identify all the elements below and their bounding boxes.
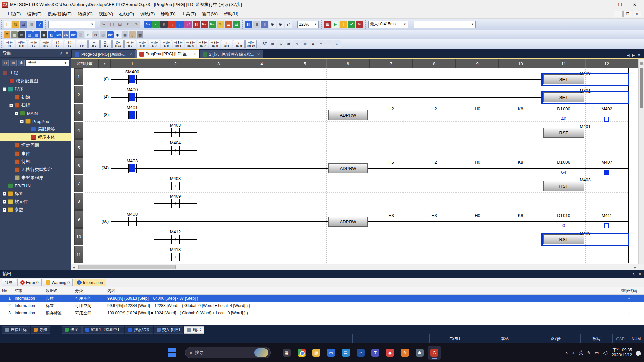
ladder-symbol-button-F6[interactable]: ⊣ ⊬F6 <box>28 40 39 48</box>
contact-bar[interactable] <box>136 111 137 119</box>
nav-pin-icon[interactable]: ⊼ <box>60 51 63 55</box>
contact-bar[interactable] <box>136 217 137 226</box>
photos-icon[interactable]: ◆ <box>384 346 396 360</box>
close-button[interactable]: ✕ <box>627 0 642 9</box>
operand-text[interactable]: K8 <box>499 106 542 111</box>
operand-text[interactable]: H0 <box>456 213 499 218</box>
collapse-icon[interactable]: − <box>3 87 6 91</box>
device-label[interactable]: D1010 <box>542 213 585 218</box>
copy-icon[interactable]: ◫ <box>108 21 116 28</box>
instruction-box-ADPRW[interactable]: ADPRW <box>328 110 368 120</box>
vertical-scroll-dot[interactable] <box>640 62 643 65</box>
cut-icon[interactable]: ✂ <box>100 21 108 28</box>
ladder-symbol-button-sF8[interactable]: ⊣↓⊢sF8 <box>137 40 148 48</box>
pen-icon[interactable]: ✎ <box>587 350 591 355</box>
operand-text[interactable]: H2 <box>413 160 456 165</box>
ladder-symbol-button-aF8[interactable]: ⊣↓⊬aF8 <box>161 40 172 48</box>
tree-item-恒定周期[interactable]: 恒定周期 <box>0 141 71 149</box>
ladder-symbol-button-saF7[interactable]: ⊣↟⊬saF7 <box>197 40 208 48</box>
contact-bar[interactable] <box>128 217 129 226</box>
menu-item-在线[interactable]: 在线(O) <box>116 10 137 18</box>
run-icon[interactable]: ▶ <box>332 21 339 28</box>
instruction-box-ADPRW[interactable]: ADPRW <box>328 163 368 173</box>
operand-text[interactable]: H3 <box>370 213 413 218</box>
open-file-icon[interactable]: ▨ <box>12 21 19 28</box>
vertical-scroll-thumb[interactable] <box>640 68 643 108</box>
touch-keyboard-icon[interactable]: ▭ <box>595 350 599 355</box>
edit-pencil-icon[interactable]: ✎ <box>293 40 301 48</box>
output-pin-icon[interactable]: ⊼ <box>632 272 635 276</box>
rung-number-9[interactable]: 9 <box>74 210 83 228</box>
menu-item-窗口[interactable]: 窗口(W) <box>199 10 221 18</box>
operand-text[interactable]: H5 <box>370 160 413 165</box>
verify-icon[interactable]: ⇄ <box>184 21 192 28</box>
ladder-symbol-button-F7[interactable]: ( )F7 <box>52 40 63 48</box>
output-instruction-RST[interactable]: RST <box>543 128 584 138</box>
dock-tab-输出[interactable]: 输出 <box>184 326 204 334</box>
swap-icon[interactable]: ⇄ <box>285 40 292 48</box>
tree-item-工程[interactable]: 工程 <box>0 69 71 77</box>
monitor-mode-cell[interactable]: 监视读取 <box>71 59 99 68</box>
tab-close-icon[interactable]: ✕ <box>129 52 132 57</box>
chrome-icon[interactable] <box>295 346 308 360</box>
menu-item-编辑[interactable]: 编辑(E) <box>24 10 44 18</box>
help-icon[interactable]: ? <box>36 21 43 28</box>
collapse-icon[interactable]: − <box>15 112 18 115</box>
monitor-mode-icon[interactable]: ▦ <box>324 21 331 28</box>
menu-item-工具[interactable]: 工具(T) <box>178 10 199 18</box>
grid-dark-icon[interactable]: ▩ <box>137 31 143 38</box>
label-list-icon[interactable]: ▤ <box>26 31 33 38</box>
ladder-symbol-button-F8[interactable]: { }F8 <box>64 40 75 48</box>
device-list-icon[interactable]: ▥ <box>33 31 40 38</box>
information-filter-button[interactable]: ? Information <box>74 279 106 286</box>
menu-item-诊断[interactable]: 诊断(D) <box>158 10 178 18</box>
tree-item-模块配置图[interactable]: 模块配置图 <box>0 77 71 85</box>
ladder-symbol-button-sF5[interactable]: ⊣/⊢sF5 <box>16 40 27 48</box>
toolbar-combo[interactable]: ▼ <box>48 21 95 28</box>
minimize-button[interactable]: — <box>598 0 612 9</box>
nav-filter-combo[interactable]: 全部 ▼ <box>26 59 69 66</box>
taskbar-clock[interactable]: 下午 09:352023/12/12 <box>612 348 632 358</box>
search-device-icon[interactable]: ◉ <box>114 31 121 38</box>
align-2-icon[interactable]: ☰ <box>325 40 333 48</box>
operand-text[interactable]: H2 <box>413 106 456 111</box>
store-icon[interactable]: ▤ <box>339 346 352 360</box>
device-ok-icon[interactable]: OK <box>356 21 363 28</box>
desktop-app-icon[interactable]: ▦ <box>280 346 293 360</box>
ladder-symbol-button-caF5[interactable]: ↓caF5 <box>233 40 245 48</box>
fb-gray-icon[interactable]: ▒ <box>77 31 84 38</box>
door-icon[interactable]: ▯ <box>129 31 136 38</box>
insert-vline-icon[interactable]: ⇅ <box>277 40 284 48</box>
device-display-icon[interactable]: Dev <box>144 21 152 28</box>
collapse-icon[interactable]: − <box>20 120 24 123</box>
mdi-close-icon[interactable]: ✕ <box>633 11 641 17</box>
collapse-icon[interactable]: − <box>9 104 13 107</box>
chip-icon[interactable]: ▭ <box>18 31 25 38</box>
rung-number-10[interactable]: 10 <box>74 228 83 245</box>
output-operand[interactable]: M403 <box>564 177 607 182</box>
output-operand[interactable]: M401 <box>564 124 607 129</box>
volume-icon[interactable]: ◁) <box>603 350 608 355</box>
statement-button[interactable]: ST <box>261 40 268 48</box>
device-label[interactable]: M402 <box>585 106 629 111</box>
dock-tab-进度[interactable]: 进度 <box>62 326 82 334</box>
device-eye-icon[interactable]: Dev <box>107 31 114 38</box>
ladder-symbol-button-saF6[interactable]: ⊣↡⊢saF6 <box>185 40 196 48</box>
edit-comment-icon[interactable]: ✎ <box>217 21 224 28</box>
ladder-symbol-button-F5[interactable]: ⊣ ⊢F5 <box>4 40 15 48</box>
paint-icon[interactable]: ✎ <box>398 346 411 360</box>
scroll-right-icon[interactable]: ▶ <box>633 265 637 269</box>
save-icon[interactable]: ▤ <box>20 21 27 28</box>
menu-item-帮助[interactable]: 帮助(H) <box>221 10 241 18</box>
zoom-level-combo[interactable]: 123%▼ <box>297 21 319 28</box>
tree-item-无执行类型指定[interactable]: 无执行类型指定 <box>0 166 71 174</box>
watch-window-icon[interactable]: ◧ <box>48 31 55 38</box>
output-row[interactable]: 1Information步数可用空间99.86[%] (63913 [Step]… <box>0 295 644 302</box>
contact-bar[interactable] <box>128 111 129 119</box>
device-label[interactable]: D1000 <box>542 106 585 111</box>
ladder-symbol-button-aF5[interactable]: ↑aF5 <box>221 40 232 48</box>
ladder-symbol-button-sF9[interactable]: ─sF9 <box>88 40 100 48</box>
contact-bar[interactable] <box>136 93 137 102</box>
vertical-scrollbar[interactable] <box>638 59 644 264</box>
ladder-symbol-button-cF10[interactable]: ╳─cF10 <box>112 40 124 48</box>
